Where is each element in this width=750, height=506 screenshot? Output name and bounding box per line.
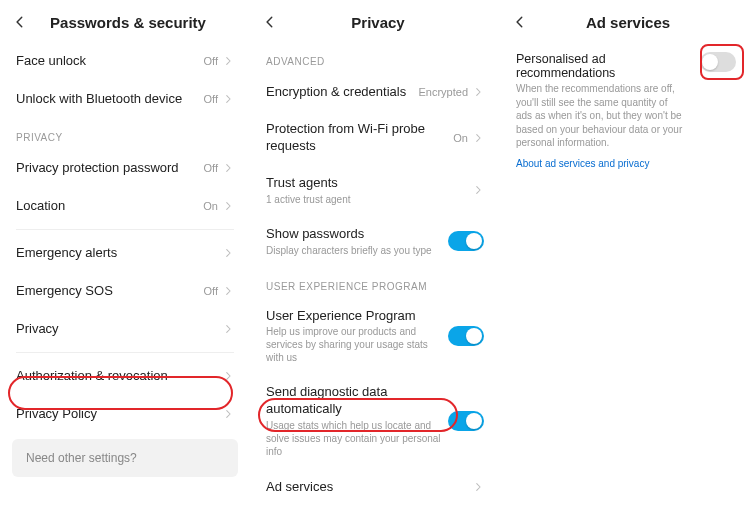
toggle-personalised-ads[interactable]: [700, 52, 736, 72]
row-user-experience-program[interactable]: User Experience Program Help us improve …: [250, 298, 500, 375]
personalised-ad-desc: When the recommendations are off, you'll…: [500, 82, 700, 150]
chevron-right-icon: [222, 162, 234, 174]
chevron-right-icon: [222, 200, 234, 212]
ad-services-screen: Ad services Personalised ad recommendati…: [500, 0, 750, 506]
row-label: User Experience Program: [266, 308, 448, 325]
chevron-right-icon: [222, 323, 234, 335]
row-label: Privacy: [16, 321, 222, 338]
row-trust-agents[interactable]: Trust agents 1 active trust agent: [250, 165, 500, 216]
row-label: Trust agents: [266, 175, 472, 192]
row-privacy-policy[interactable]: Privacy Policy: [0, 395, 250, 433]
row-label: Emergency SOS: [16, 283, 204, 300]
row-location[interactable]: Location On: [0, 187, 250, 225]
row-label: Face unlock: [16, 53, 204, 70]
toggle-user-experience[interactable]: [448, 326, 484, 346]
privacy-screen: Privacy ADVANCED Encryption & credential…: [250, 0, 500, 506]
header: Passwords & security: [0, 0, 250, 42]
row-label: Show passwords: [266, 226, 448, 243]
chevron-right-icon: [222, 285, 234, 297]
chevron-right-icon: [222, 408, 234, 420]
header: Privacy: [250, 0, 500, 42]
chevron-right-icon: [222, 55, 234, 67]
divider: [16, 229, 234, 230]
page-title: Ad services: [516, 14, 740, 31]
row-value: Off: [204, 162, 218, 174]
row-label: Privacy protection password: [16, 160, 204, 177]
row-face-unlock[interactable]: Face unlock Off: [0, 42, 250, 80]
personalised-ad-title: Personalised ad recommendations: [500, 46, 700, 80]
divider: [16, 352, 234, 353]
page-title: Passwords & security: [16, 14, 240, 31]
row-sublabel: Usage stats which help us locate and sol…: [266, 419, 448, 458]
toggle-show-passwords[interactable]: [448, 231, 484, 251]
row-sublabel: 1 active trust agent: [266, 193, 472, 206]
row-emergency-alerts[interactable]: Emergency alerts: [0, 234, 250, 272]
toggle-diagnostic[interactable]: [448, 411, 484, 431]
row-emergency-sos[interactable]: Emergency SOS Off: [0, 272, 250, 310]
chevron-right-icon: [222, 93, 234, 105]
row-value: On: [453, 132, 468, 144]
need-other-settings[interactable]: Need other settings?: [12, 439, 238, 477]
row-value: Encrypted: [418, 86, 468, 98]
section-user-experience: USER EXPERIENCE PROGRAM: [250, 267, 500, 298]
row-sublabel: Help us improve our products and service…: [266, 325, 448, 364]
row-label: Send diagnostic data automatically: [266, 384, 448, 418]
row-wifi-probe-protection[interactable]: Protection from Wi-Fi probe requests On: [250, 111, 500, 165]
chevron-right-icon: [472, 481, 484, 493]
row-send-diagnostic[interactable]: Send diagnostic data automatically Usage…: [250, 374, 500, 468]
section-privacy: PRIVACY: [0, 118, 250, 149]
row-bluetooth-unlock[interactable]: Unlock with Bluetooth device Off: [0, 80, 250, 118]
section-advanced: ADVANCED: [250, 42, 500, 73]
row-label: Ad services: [266, 479, 472, 496]
passwords-security-screen: Passwords & security Face unlock Off Unl…: [0, 0, 250, 506]
about-ad-services-link[interactable]: About ad services and privacy: [500, 150, 750, 177]
row-label: Authorization & revocation: [16, 368, 222, 385]
chevron-right-icon: [222, 247, 234, 259]
chevron-right-icon: [472, 86, 484, 98]
row-label: Emergency alerts: [16, 245, 222, 262]
row-value: Off: [204, 93, 218, 105]
chevron-right-icon: [472, 132, 484, 144]
row-label: Unlock with Bluetooth device: [16, 91, 204, 108]
row-value: Off: [204, 55, 218, 67]
row-label: Privacy Policy: [16, 406, 222, 423]
row-value: On: [203, 200, 218, 212]
row-sublabel: Display characters briefly as you type: [266, 244, 448, 257]
row-encryption-credentials[interactable]: Encryption & credentials Encrypted: [250, 73, 500, 111]
row-privacy-protection-password[interactable]: Privacy protection password Off: [0, 149, 250, 187]
chevron-right-icon: [222, 370, 234, 382]
row-privacy[interactable]: Privacy: [0, 310, 250, 348]
page-title: Privacy: [266, 14, 490, 31]
row-label: Protection from Wi-Fi probe requests: [266, 121, 453, 155]
chevron-right-icon: [472, 184, 484, 196]
row-label: Location: [16, 198, 203, 215]
header: Ad services: [500, 0, 750, 42]
row-ad-services[interactable]: Ad services: [250, 468, 500, 506]
row-authorization-revocation[interactable]: Authorization & revocation: [0, 357, 250, 395]
row-label: Encryption & credentials: [266, 84, 418, 101]
row-value: Off: [204, 285, 218, 297]
row-show-passwords[interactable]: Show passwords Display characters briefl…: [250, 216, 500, 267]
